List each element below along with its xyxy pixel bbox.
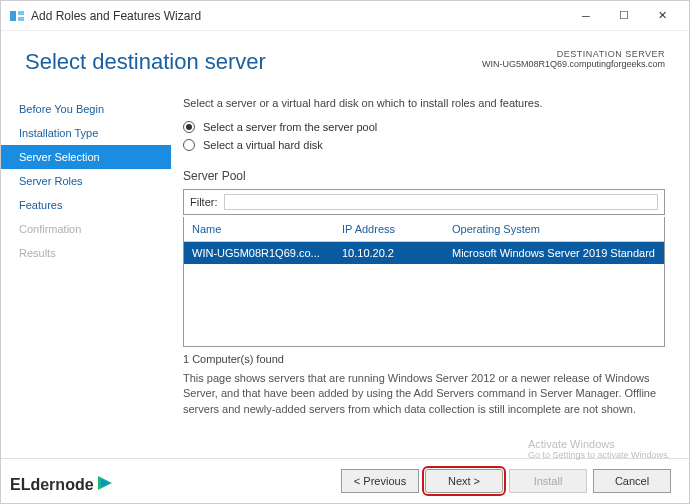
close-button[interactable]: ✕ bbox=[643, 2, 681, 30]
cancel-button[interactable]: Cancel bbox=[593, 469, 671, 493]
main-content: Select a server or a virtual hard disk o… bbox=[171, 85, 689, 458]
svg-rect-2 bbox=[18, 17, 24, 21]
install-button: Install bbox=[509, 469, 587, 493]
destination-info: DESTINATION SERVER WIN-UG5M08R1Q69.compu… bbox=[482, 49, 665, 69]
sidebar-item-results: Results bbox=[1, 241, 171, 265]
col-header-os[interactable]: Operating System bbox=[452, 223, 656, 235]
destination-label: DESTINATION SERVER bbox=[482, 49, 665, 59]
minimize-button[interactable]: ─ bbox=[567, 2, 605, 30]
sidebar-item-server-roles[interactable]: Server Roles bbox=[1, 169, 171, 193]
sidebar: Before You Begin Installation Type Serve… bbox=[1, 85, 171, 458]
cell-ip: 10.10.20.2 bbox=[342, 247, 452, 259]
svg-rect-1 bbox=[18, 11, 24, 15]
sidebar-item-installation-type[interactable]: Installation Type bbox=[1, 121, 171, 145]
previous-button[interactable]: < Previous bbox=[341, 469, 419, 493]
window-controls: ─ ☐ ✕ bbox=[567, 2, 681, 30]
next-button[interactable]: Next > bbox=[425, 469, 503, 493]
radio-icon bbox=[183, 121, 195, 133]
filter-input[interactable] bbox=[224, 194, 659, 210]
maximize-button[interactable]: ☐ bbox=[605, 2, 643, 30]
cell-os: Microsoft Windows Server 2019 Standard bbox=[452, 247, 656, 259]
cell-name: WIN-UG5M08R1Q69.co... bbox=[192, 247, 342, 259]
destination-value: WIN-UG5M08R1Q69.computingforgeeks.com bbox=[482, 59, 665, 69]
sidebar-item-features[interactable]: Features bbox=[1, 193, 171, 217]
radio-label: Select a virtual hard disk bbox=[203, 139, 323, 151]
filter-row: Filter: bbox=[183, 189, 665, 215]
table-row[interactable]: WIN-UG5M08R1Q69.co... 10.10.20.2 Microso… bbox=[184, 242, 664, 264]
footer: < Previous Next > Install Cancel bbox=[1, 458, 689, 503]
page-title: Select destination server bbox=[25, 49, 266, 75]
page-description: This page shows servers that are running… bbox=[183, 371, 665, 417]
computer-count: 1 Computer(s) found bbox=[183, 353, 665, 365]
wizard-window: Add Roles and Features Wizard ─ ☐ ✕ Sele… bbox=[0, 0, 690, 504]
sidebar-item-confirmation: Confirmation bbox=[1, 217, 171, 241]
server-table: Name IP Address Operating System WIN-UG5… bbox=[183, 217, 665, 347]
sidebar-item-server-selection[interactable]: Server Selection bbox=[1, 145, 171, 169]
sidebar-item-before-you-begin[interactable]: Before You Begin bbox=[1, 97, 171, 121]
app-icon bbox=[9, 8, 25, 24]
radio-option-vhd[interactable]: Select a virtual hard disk bbox=[183, 139, 665, 151]
filter-label: Filter: bbox=[190, 196, 218, 208]
server-pool-label: Server Pool bbox=[183, 169, 665, 183]
table-header: Name IP Address Operating System bbox=[184, 217, 664, 242]
body: Before You Begin Installation Type Serve… bbox=[1, 85, 689, 458]
radio-label: Select a server from the server pool bbox=[203, 121, 377, 133]
titlebar: Add Roles and Features Wizard ─ ☐ ✕ bbox=[1, 1, 689, 31]
instruction-text: Select a server or a virtual hard disk o… bbox=[183, 97, 665, 109]
titlebar-text: Add Roles and Features Wizard bbox=[31, 9, 567, 23]
col-header-ip[interactable]: IP Address bbox=[342, 223, 452, 235]
table-body: WIN-UG5M08R1Q69.co... 10.10.20.2 Microso… bbox=[184, 242, 664, 346]
svg-rect-0 bbox=[10, 11, 16, 21]
radio-option-server-pool[interactable]: Select a server from the server pool bbox=[183, 121, 665, 133]
col-header-name[interactable]: Name bbox=[192, 223, 342, 235]
radio-icon bbox=[183, 139, 195, 151]
page-header: Select destination server DESTINATION SE… bbox=[1, 31, 689, 85]
radio-group: Select a server from the server pool Sel… bbox=[183, 121, 665, 157]
